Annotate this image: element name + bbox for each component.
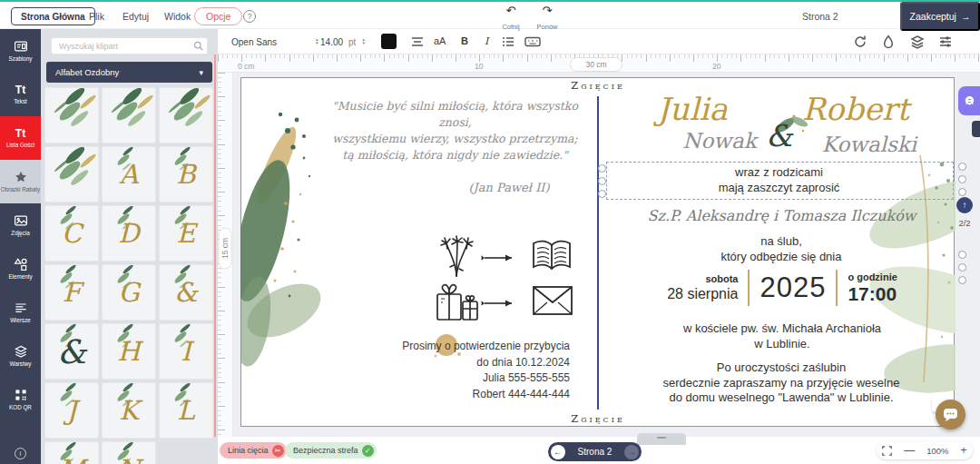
ruler-label: 20 [712,62,720,71]
font-family-select[interactable]: Open Sans ▲▼ [231,29,319,54]
rail-item-obrazki-rabaty[interactable]: Obrazki Rabaty [0,160,41,203]
selection-handle[interactable] [958,251,966,259]
groom-last-name[interactable]: Kowalski [797,133,942,156]
help-icon[interactable]: ? [243,10,256,23]
letter-tile-e[interactable]: E [159,205,213,262]
canvas[interactable]: Zgięcie Zgięcie "Musicie być silni miłoś… [218,73,980,437]
clipart-tile[interactable] [159,87,213,143]
invitation-page[interactable]: Zgięcie Zgięcie "Musicie być silni miłoś… [240,77,955,427]
letter-tile-d[interactable]: D [102,205,156,262]
elements-icon [14,257,28,271]
cut-line-toggle[interactable]: Linia cięcia ✂ [220,442,287,459]
adjustments-icon[interactable] [938,35,953,49]
letter-tile-k[interactable]: K [102,382,156,439]
info-button[interactable]: i [0,443,41,459]
zoom-out-button[interactable]: — [904,444,915,457]
fold-label-top: Zgięcie [507,79,689,92]
text-color-swatch[interactable] [381,34,397,49]
letter-tile-n[interactable]: N [102,441,156,464]
church-text[interactable]: w kościele pw. św. Michała Archanioła w … [641,321,924,351]
list-icon[interactable] [501,35,515,49]
selection-handle[interactable] [598,177,606,185]
rail-item-szablony[interactable]: Szablony [0,29,41,73]
layers-icon [14,344,28,359]
menu-plik[interactable]: Plik [89,11,104,22]
accept-button[interactable]: Zaakceptuj → [900,2,980,31]
special-characters-icon[interactable] [524,35,541,49]
guests-names[interactable]: Sz.P. Aleksandrę i Tomasza Ilczuków [630,207,934,224]
text-case-button[interactable]: aA [434,35,446,46]
verses-icon [14,301,28,315]
chat-button[interactable] [936,400,965,429]
day: 28 sierpnia [667,285,738,302]
italic-button[interactable]: I [485,35,488,47]
rail-item-kod-qr[interactable]: KOD QR [0,378,41,421]
clipart-tile[interactable] [44,87,99,143]
ink-drop-icon[interactable] [881,35,896,49]
rail-item-zdjecia[interactable]: Zdjęcia [0,203,41,247]
undo-button[interactable]: ↶ Cofnij [495,5,527,33]
event-text[interactable]: na ślub, który odbędzie się dnia [668,233,895,264]
menu-widok[interactable]: Widok [164,11,191,22]
redo-button[interactable]: ↷ Ponów [531,5,564,33]
selection-handle[interactable] [958,163,966,171]
next-page-button[interactable]: → [624,445,639,459]
selection-handle[interactable] [958,175,966,183]
letter-tile-f[interactable]: F [44,264,99,321]
rail-item-warstwy[interactable]: Warstwy [0,334,41,378]
letter-tile-g[interactable]: G [102,264,156,321]
options-button[interactable]: Opcje [194,7,242,25]
date-block[interactable]: sobota 28 sierpnia 2025 o godzinie 17:00 [641,266,924,310]
category-dropdown[interactable]: Alfabet Ozdobny ▾ [46,62,212,83]
layers-icon[interactable] [910,35,925,49]
zoom-in-button[interactable]: + [960,444,966,457]
font-size-select[interactable]: 14.00 pt ▲▼ [320,29,366,54]
intro-text[interactable]: wraz z rodzicami mają zaszczyt zaprosić [668,164,890,195]
letter-tile-j[interactable]: J [44,382,99,439]
selection-handle[interactable] [598,164,606,173]
quote-text[interactable]: "Musicie być silni miłością, która wszys… [321,98,589,163]
clipart-tile[interactable] [44,146,99,202]
page-nav-tab[interactable] [637,433,686,445]
selection-handle[interactable] [958,263,966,271]
previous-page-button[interactable]: ← [551,445,565,459]
quote-author[interactable]: (Jan Paweł II) [432,181,586,194]
safe-zone-toggle[interactable]: Bezpieczna strefa ✓ [285,442,377,459]
letter-tile-l[interactable]: L [159,382,213,439]
selection-handle[interactable] [598,190,606,198]
arrow-right-icon: → [627,447,636,457]
fit-screen-icon[interactable] [882,446,892,456]
home-button[interactable]: Strona Główna [11,7,95,25]
menu-edytuj[interactable]: Edytuj [122,11,149,22]
party-text[interactable]: Po uroczystości zaślubin serdecznie zapr… [616,360,946,406]
letter-tile-h[interactable]: H [102,323,156,380]
letter-tile-c[interactable]: C [44,205,99,262]
rsvp-text[interactable]: Prosimy o potwierdzenie przybycia do dni… [368,339,570,402]
bride-first-name[interactable]: Julia [615,91,769,127]
collapsed-panel-tab[interactable] [972,121,980,137]
names-ampersand[interactable]: & [766,118,792,153]
align-center-icon[interactable] [410,35,425,49]
ampersand-dark-tile[interactable]: & [44,323,99,380]
letter-tile-m[interactable]: M [44,441,99,464]
rotate-icon[interactable] [853,35,867,49]
search-input[interactable] [51,37,208,54]
clipart-tile[interactable] [102,87,156,143]
rail-item-tekst[interactable]: Tt Tekst [0,73,41,116]
assistant-button[interactable] [958,86,980,115]
rail-item-elementy[interactable]: Elementy [0,247,41,291]
panel-scroll-indicator[interactable] [214,54,216,437]
rail-item-lista-gosci[interactable]: Tt Lista Gości [0,116,41,160]
scroll-up-button[interactable]: ↑ [956,197,973,213]
selection-handle[interactable] [958,276,966,284]
groom-first-name[interactable]: Robert [779,91,933,127]
bold-button[interactable]: B [461,35,468,46]
letter-tile-a[interactable]: A [102,146,156,202]
letter-tile-i[interactable]: I [159,323,213,380]
fold-line [597,96,599,410]
ampersand-tile[interactable]: & [159,264,213,321]
arrow-left-icon: ← [554,447,563,457]
letter-tile-b[interactable]: B [159,146,213,202]
rail-item-wiersze[interactable]: Wiersze [0,291,41,334]
selection-handle[interactable] [958,188,966,196]
